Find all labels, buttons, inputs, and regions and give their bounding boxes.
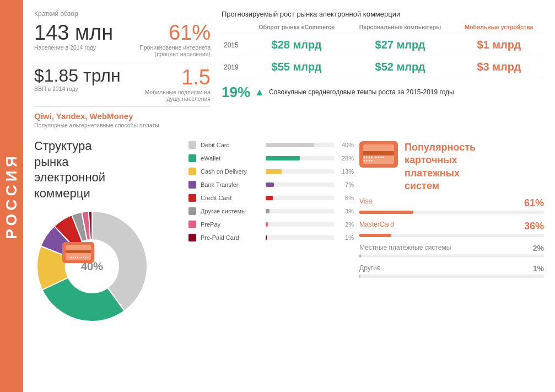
row-year: 2015 [222,34,247,56]
population-sub: Население в 2014 году [34,44,113,51]
mobile-sub: Мобильные подписки на душу населения [133,89,211,102]
population-row: 143 млн Население в 2014 году 61% Проник… [34,22,211,57]
card-stat-bar-fill [359,234,391,237]
bar-label: Cash on Delivery [201,168,261,175]
col-pc: Персональные компьютеры [346,24,454,34]
row-ecom: $55 млрд [247,56,347,78]
card-area: ●●●● ●●●● ●●●● Популярностькарточныхплат… [359,138,544,386]
card-stat-name: MasterCard [359,221,394,232]
bar-dot [188,221,196,228]
bar-fill [266,169,282,174]
card-dots: ●●●● ●●●● ●●●● [363,155,392,162]
overview-label: Краткий обзор [34,10,211,18]
row-year: 2019 [222,56,247,78]
population-value: 143 млн [34,22,113,43]
card-stat-label: Visa 61% [359,197,544,209]
bar-label: PrePay [201,221,261,228]
growth-row: 2015 $28 млрд $27 млрд $1 млрд [222,34,544,56]
bar-dot [188,181,196,189]
card-stat-item: Другие 1% [359,264,544,278]
bar-dot [188,194,196,202]
card-stat-pct: 2% [533,244,544,253]
bar-fill [266,196,273,200]
bar-label: Credit Card [201,195,261,201]
card-stat-item: MasterCard 36% [359,221,544,237]
divider-1 [34,62,211,62]
gdp-sub: ВВП в 2014 году [34,85,121,92]
card-stat-bar-fill [359,254,361,257]
card-stripe [363,151,394,155]
card-stats: Visa 61% MasterCard 36% Местные платежны… [359,197,544,284]
bar-item: Cash on Delivery 13% [188,168,354,175]
card-stat-bar-track [359,275,544,278]
pie-card-icon: ●●●● ●●●● [62,242,94,263]
bar-label: Другие системы [201,208,261,214]
bar-dot [188,207,196,215]
card-stat-pct: 1% [533,264,544,273]
card-stat-item: Visa 61% [359,197,544,214]
alt-payments-sub: Популярные альтернативные способы оплаты [34,122,211,128]
bar-dot [188,168,196,175]
card-title: Популярностькарточныхплатежныхсистем [405,141,476,193]
bar-label: eWallet [201,155,261,162]
internet-sub: Проникновение интернета (процент населен… [133,44,211,57]
overview-panel: Краткий обзор 143 млн Население в 2014 г… [34,10,211,128]
bar-track [266,196,334,200]
bar-track [266,222,334,227]
card-stat-bar-fill [359,211,413,214]
bar-item: eWallet 28% [188,154,354,162]
gdp-value: $1.85 трлн [34,67,121,84]
top-section: Краткий обзор 143 млн Население в 2014 г… [34,10,544,128]
bar-label: Pre-Paid Card [201,234,261,241]
bar-item: Другие системы 3% [188,207,354,215]
bar-pct: 40% [338,142,354,148]
bar-item: Debit Card 40% [188,141,354,149]
row-mobile: $1 млрд [454,34,544,56]
bar-fill [266,222,268,227]
card-stat-bar-track [359,211,544,214]
pie-area: Структурарынкаэлектроннойкоммерци 40% ●●… [34,138,183,386]
bar-pct: 6% [338,195,354,201]
bottom-section: Структурарынкаэлектроннойкоммерци 40% ●●… [34,138,544,386]
cagr-text: Совокупные среднегодовые темпы роста за … [269,88,454,97]
card-stat-bar-fill [359,275,360,278]
bar-fill [266,182,274,187]
sidebar-label: Россия [3,153,20,239]
divider-2 [34,106,211,107]
row-pc: $27 млрд [346,34,454,56]
bar-track [266,209,334,213]
internet-block: 61% Проникновение интернета (процент нас… [133,22,211,57]
card-stat-bar-track [359,234,544,237]
bar-track [266,235,334,240]
bar-item: Bank Transfer 7% [188,181,354,189]
card-icon-row: ●●●● ●●●● ●●●● Популярностькарточныхплат… [359,141,544,193]
bar-area: Debit Card 40% eWallet 28% Cash on Deliv… [188,138,354,386]
mobile-block: 1.5 Мобильные подписки на душу населения [133,67,211,102]
growth-panel: Прогнозируемый рост рынка электронной ко… [222,10,544,128]
col-ecom: Оборот рынка eCommerce [247,24,347,34]
bar-pct: 7% [338,181,354,188]
bar-dot [188,154,196,162]
col-mobile: Мобильные устройства [454,24,544,34]
bar-pct: 2% [338,221,354,228]
pie-container: 40% ●●●● ●●●● [34,208,150,324]
cagr-row: 19% ▲ Совокупные среднегодовые темпы рос… [222,84,544,101]
population-block: 143 млн Население в 2014 году [34,22,113,51]
bar-track [266,169,334,174]
internet-pct: 61% [133,22,211,43]
bar-label: Debit Card [201,142,261,148]
col-year [222,24,247,34]
bar-pct: 13% [338,168,354,175]
growth-title: Прогнозируемый рост рынка электронной ко… [222,10,544,18]
card-stat-label: Местные платежные системы 2% [359,244,544,253]
bar-fill [266,143,314,147]
main-content: Краткий обзор 143 млн Население в 2014 г… [23,0,555,392]
card-stat-label: Другие 1% [359,264,544,273]
bar-fill [266,235,267,240]
bar-track [266,143,334,147]
row-pc: $52 млрд [346,56,454,78]
row-mobile: $3 млрд [454,56,544,78]
gdp-block: $1.85 трлн ВВП в 2014 году [34,67,121,92]
bar-dot [188,141,196,149]
gdp-row: $1.85 трлн ВВП в 2014 году 1.5 Мобильные… [34,67,211,102]
